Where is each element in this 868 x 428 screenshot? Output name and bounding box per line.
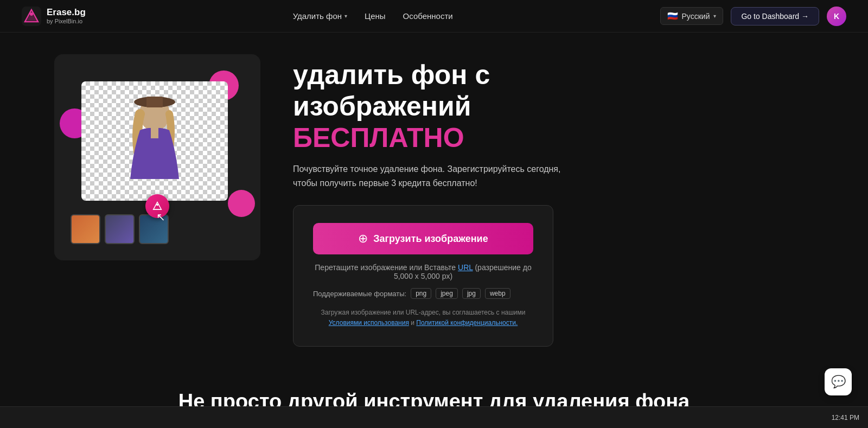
navbar-actions: 🇷🇺 Русский ▾ Go to Dashboard → K [660, 7, 846, 26]
upload-hint-text: Перетащите изображение или Вставьте URL … [313, 263, 533, 280]
thumbnail-strip [71, 214, 169, 244]
chat-widget-button[interactable]: 💬 [825, 368, 852, 395]
svg-rect-6 [146, 97, 163, 107]
upload-btn-label: Загрузить изображение [373, 233, 488, 245]
hero-title: удалить фон с изображений БЕСПЛАТНО [293, 60, 825, 154]
go-dashboard-button[interactable]: Go to Dashboard → [731, 7, 819, 25]
hero-subtitle: Почувствуйте точное удаление фона. Зарег… [293, 162, 564, 190]
brand-name: Erase.bg [47, 8, 86, 18]
terms-text: Загружая изображение или URL-адрес, вы с… [313, 308, 533, 328]
chat-widget-icon: 💬 [831, 375, 846, 389]
go-dashboard-label: Go to Dashboard → [741, 12, 809, 21]
taskbar-time: 12:41 PM [832, 414, 859, 421]
svg-point-9 [156, 204, 158, 206]
format-jpg: jpg [462, 288, 481, 299]
nav-remove-bg-label: Удалить фон [293, 11, 342, 21]
nav-pricing[interactable]: Цены [365, 11, 386, 21]
navbar-brand: Erase.bg by PixelBin.io [22, 7, 86, 26]
svg-point-3 [30, 12, 33, 16]
hero-title-line2: изображений [293, 91, 825, 123]
cursor-icon: ↖ [156, 210, 165, 223]
brand-sub: by PixelBin.io [47, 18, 86, 24]
terms-middle: и [411, 319, 414, 327]
formats-label: Поддерживаемые форматы: [313, 290, 406, 298]
upload-hint-before: Перетащите изображение или Вставьте [315, 263, 456, 272]
nav-remove-bg-chevron: ▾ [344, 13, 347, 19]
format-jpeg: jpeg [436, 288, 458, 299]
formats-row: Поддерживаемые форматы: png jpeg jpg web… [313, 288, 533, 299]
user-initial: K [834, 12, 839, 21]
nav-features-label: Особенности [403, 11, 453, 21]
upload-url-link[interactable]: URL [458, 263, 473, 272]
navbar-nav: Удалить фон ▾ Цены Особенности [293, 11, 453, 21]
hero-title-line1: удалить фон с [293, 60, 825, 91]
terms-before: Загружая изображение или URL-адрес, вы с… [321, 309, 526, 316]
taskbar: 12:41 PM [0, 406, 868, 428]
nav-pricing-label: Цены [365, 11, 386, 21]
flag-icon: 🇷🇺 [667, 11, 678, 21]
svg-rect-7 [151, 127, 158, 138]
processed-image [81, 81, 228, 201]
upload-image-button[interactable]: ⊕ Загрузить изображение [313, 223, 533, 254]
navbar: Erase.bg by PixelBin.io Удалить фон ▾ Це… [0, 0, 868, 33]
lang-chevron-icon: ▾ [713, 13, 716, 19]
thumbnail-1[interactable] [71, 214, 100, 244]
circle-bottom-right [228, 190, 255, 217]
thumbnail-2[interactable] [105, 214, 135, 244]
privacy-policy-link[interactable]: Политикой конфиденциальности. [416, 319, 518, 327]
hero-content: удалить фон с изображений БЕСПЛАТНО Почу… [293, 54, 825, 347]
demo-canvas: ↖ [54, 54, 260, 260]
language-label: Русский [682, 12, 710, 21]
nav-features[interactable]: Особенности [403, 11, 453, 21]
user-avatar[interactable]: K [827, 7, 846, 26]
language-selector[interactable]: 🇷🇺 Русский ▾ [660, 7, 724, 25]
format-png: png [411, 288, 431, 299]
upload-plus-icon: ⊕ [358, 232, 368, 246]
demo-image-container: ↖ [54, 54, 260, 260]
hero-title-free: БЕСПЛАТНО [293, 122, 825, 154]
nav-remove-bg[interactable]: Удалить фон ▾ [293, 11, 347, 21]
woman-svg [81, 81, 228, 201]
format-webp: webp [485, 288, 510, 299]
brand-text: Erase.bg by PixelBin.io [47, 8, 86, 24]
brand-logo-icon [22, 7, 41, 26]
terms-of-use-link[interactable]: Условиями использования [329, 319, 409, 327]
hero-section: ↖ удалить фон с изображений БЕСПЛАТНО По… [0, 33, 868, 368]
upload-box: ⊕ Загрузить изображение Перетащите изобр… [293, 205, 553, 346]
